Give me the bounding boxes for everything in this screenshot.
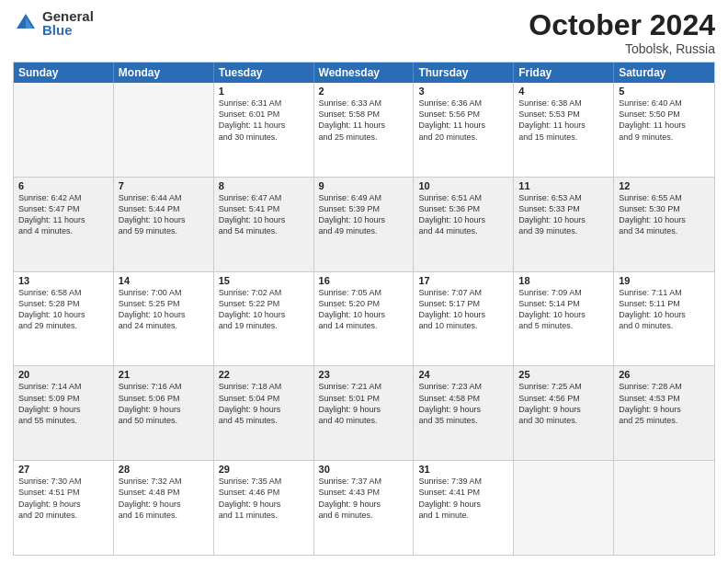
sunset-text: Sunset: 5:14 PM <box>518 298 609 309</box>
daylight-text-2: and 9 minutes. <box>619 132 710 143</box>
sunset-text: Sunset: 4:46 PM <box>219 487 309 498</box>
day-number: 27 <box>18 464 108 475</box>
daylight-text: Daylight: 10 hours <box>418 309 508 320</box>
sunset-text: Sunset: 5:58 PM <box>319 109 409 120</box>
sunset-text: Sunset: 4:41 PM <box>418 487 508 498</box>
day-cell-9: 9Sunrise: 6:49 AMSunset: 5:39 PMDaylight… <box>314 178 415 271</box>
day-number: 19 <box>619 275 710 286</box>
day-number: 16 <box>319 275 409 286</box>
daylight-text-2: and 59 minutes. <box>119 225 209 236</box>
calendar-row-1: 1Sunrise: 6:31 AMSunset: 6:01 PMDaylight… <box>14 83 714 177</box>
daylight-text: Daylight: 9 hours <box>219 499 309 510</box>
header-cell-monday: Monday <box>114 63 214 83</box>
day-number: 26 <box>619 369 710 380</box>
day-cell-12: 12Sunrise: 6:55 AMSunset: 5:30 PMDayligh… <box>614 178 714 271</box>
daylight-text: Daylight: 11 hours <box>219 120 309 131</box>
logo-text: General Blue <box>42 9 94 37</box>
day-cell-3: 3Sunrise: 6:36 AMSunset: 5:56 PMDaylight… <box>414 83 514 177</box>
daylight-text: Daylight: 10 hours <box>619 309 710 320</box>
logo-general: General <box>42 9 94 23</box>
day-cell-30: 30Sunrise: 7:37 AMSunset: 4:43 PMDayligh… <box>314 461 415 555</box>
sunrise-text: Sunrise: 6:31 AM <box>219 98 309 109</box>
header-cell-friday: Friday <box>514 63 614 83</box>
sunset-text: Sunset: 5:20 PM <box>319 298 409 309</box>
month-title: October 2024 <box>529 9 715 41</box>
sunrise-text: Sunrise: 6:51 AM <box>418 192 508 203</box>
day-cell-26: 26Sunrise: 7:28 AMSunset: 4:53 PMDayligh… <box>614 366 714 460</box>
day-number: 30 <box>319 464 409 475</box>
daylight-text-2: and 19 minutes. <box>219 320 309 331</box>
sunrise-text: Sunrise: 7:18 AM <box>219 381 309 392</box>
sunset-text: Sunset: 5:33 PM <box>518 203 609 214</box>
daylight-text-2: and 6 minutes. <box>319 510 409 521</box>
sunrise-text: Sunrise: 7:39 AM <box>418 476 508 487</box>
day-number: 25 <box>518 369 609 380</box>
sunrise-text: Sunrise: 6:58 AM <box>18 287 108 298</box>
sunrise-text: Sunrise: 7:25 AM <box>518 381 609 392</box>
daylight-text: Daylight: 9 hours <box>319 404 409 415</box>
day-cell-21: 21Sunrise: 7:16 AMSunset: 5:06 PMDayligh… <box>114 366 214 460</box>
daylight-text-2: and 55 minutes. <box>18 415 108 426</box>
day-cell-5: 5Sunrise: 6:40 AMSunset: 5:50 PMDaylight… <box>614 83 714 177</box>
daylight-text-2: and 11 minutes. <box>219 510 309 521</box>
sunset-text: Sunset: 5:47 PM <box>18 203 108 214</box>
daylight-text-2: and 5 minutes. <box>518 320 609 331</box>
day-cell-22: 22Sunrise: 7:18 AMSunset: 5:04 PMDayligh… <box>214 366 314 460</box>
day-cell-13: 13Sunrise: 6:58 AMSunset: 5:28 PMDayligh… <box>14 272 114 366</box>
daylight-text: Daylight: 11 hours <box>518 120 609 131</box>
logo-blue: Blue <box>42 23 94 37</box>
daylight-text: Daylight: 11 hours <box>619 120 710 131</box>
day-number: 11 <box>518 180 609 191</box>
sunrise-text: Sunrise: 6:40 AM <box>619 98 710 109</box>
logo: General Blue <box>13 9 94 37</box>
sunrise-text: Sunrise: 7:32 AM <box>119 476 209 487</box>
day-cell-16: 16Sunrise: 7:05 AMSunset: 5:20 PMDayligh… <box>314 272 415 366</box>
day-cell-19: 19Sunrise: 7:11 AMSunset: 5:11 PMDayligh… <box>614 272 714 366</box>
sunrise-text: Sunrise: 7:14 AM <box>18 381 108 392</box>
daylight-text: Daylight: 10 hours <box>319 309 409 320</box>
daylight-text-2: and 45 minutes. <box>219 415 309 426</box>
day-number: 28 <box>119 464 209 475</box>
daylight-text-2: and 40 minutes. <box>319 415 409 426</box>
daylight-text-2: and 0 minutes. <box>619 320 710 331</box>
day-cell-25: 25Sunrise: 7:25 AMSunset: 4:56 PMDayligh… <box>514 366 614 460</box>
sunset-text: Sunset: 5:30 PM <box>619 203 710 214</box>
day-number: 10 <box>418 180 508 191</box>
day-cell-7: 7Sunrise: 6:44 AMSunset: 5:44 PMDaylight… <box>114 178 214 271</box>
daylight-text: Daylight: 9 hours <box>418 499 508 510</box>
daylight-text-2: and 30 minutes. <box>518 415 609 426</box>
day-cell-2: 2Sunrise: 6:33 AMSunset: 5:58 PMDaylight… <box>314 83 415 177</box>
daylight-text: Daylight: 11 hours <box>418 120 508 131</box>
day-number: 18 <box>518 275 609 286</box>
sunrise-text: Sunrise: 6:36 AM <box>418 98 508 109</box>
day-cell-4: 4Sunrise: 6:38 AMSunset: 5:53 PMDaylight… <box>514 83 614 177</box>
day-cell-23: 23Sunrise: 7:21 AMSunset: 5:01 PMDayligh… <box>314 366 415 460</box>
day-number: 1 <box>219 86 309 97</box>
sunrise-text: Sunrise: 6:42 AM <box>18 192 108 203</box>
calendar-row-4: 20Sunrise: 7:14 AMSunset: 5:09 PMDayligh… <box>14 365 714 460</box>
header-cell-sunday: Sunday <box>14 63 114 83</box>
calendar: SundayMondayTuesdayWednesdayThursdayFrid… <box>13 62 715 556</box>
sunset-text: Sunset: 5:06 PM <box>119 393 209 404</box>
sunset-text: Sunset: 5:04 PM <box>219 393 309 404</box>
sunset-text: Sunset: 6:01 PM <box>219 109 309 120</box>
daylight-text-2: and 34 minutes. <box>619 225 710 236</box>
empty-cell <box>614 461 714 555</box>
daylight-text-2: and 35 minutes. <box>418 415 508 426</box>
logo-icon <box>13 10 39 36</box>
empty-cell <box>514 461 614 555</box>
daylight-text-2: and 16 minutes. <box>119 510 209 521</box>
sunset-text: Sunset: 5:53 PM <box>518 109 609 120</box>
subtitle: Tobolsk, Russia <box>529 41 715 56</box>
sunrise-text: Sunrise: 7:37 AM <box>319 476 409 487</box>
daylight-text-2: and 14 minutes. <box>319 320 409 331</box>
day-number: 23 <box>319 369 409 380</box>
sunrise-text: Sunrise: 6:53 AM <box>518 192 609 203</box>
calendar-body: 1Sunrise: 6:31 AMSunset: 6:01 PMDaylight… <box>14 83 714 555</box>
daylight-text-2: and 25 minutes. <box>319 132 409 143</box>
day-number: 5 <box>619 86 710 97</box>
daylight-text-2: and 39 minutes. <box>518 225 609 236</box>
day-number: 13 <box>18 275 108 286</box>
sunset-text: Sunset: 5:41 PM <box>219 203 309 214</box>
daylight-text: Daylight: 10 hours <box>619 214 710 225</box>
